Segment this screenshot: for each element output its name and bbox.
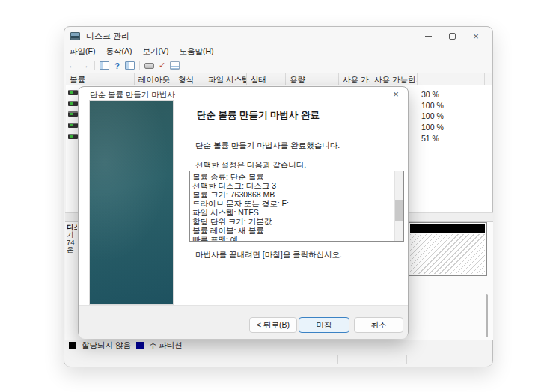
setting-allocation-unit: 할당 단위 크기: 기본값	[192, 217, 401, 226]
statusbar-separator	[337, 355, 338, 364]
wizard-settings-caption: 선택한 설정은 다음과 같습니다.	[195, 160, 401, 171]
table-row-percent-free[interactable]: 51 %	[421, 133, 439, 144]
table-row-percent-free[interactable]: 100 %	[421, 122, 444, 132]
setting-volume-size: 볼륨 크기: 7630868 MB	[192, 190, 401, 199]
back-icon[interactable]: ←	[67, 61, 77, 70]
close-button[interactable]: ×	[464, 27, 488, 45]
column-free-space[interactable]: 사용 가...	[339, 73, 370, 85]
toolbar-separator	[139, 61, 140, 70]
disk-management-icon	[70, 32, 80, 40]
console-tree-icon[interactable]	[100, 61, 109, 70]
table-row-percent-free[interactable]: 100 %	[421, 111, 444, 121]
finish-button[interactable]: 마침	[299, 317, 349, 333]
setting-disk-selected: 선택한 디스크: 디스크 3	[192, 181, 401, 190]
menu-file[interactable]: 파일(F)	[70, 46, 95, 57]
wizard-finish-hint: 마법사를 끝내려면 [마침]을 클릭하십시오.	[195, 250, 401, 260]
minimize-icon	[425, 36, 432, 37]
disk-status-fragment: 온	[67, 246, 77, 254]
minimize-button[interactable]	[416, 27, 440, 45]
dialog-footer: < 뒤로(B) 마침 취소	[79, 305, 408, 339]
desktop: 디스크 관리 × 파일(F) 동작(A) 보기(V) 도움말(H) ← → ? …	[0, 0, 556, 392]
window-title: 디스크 관리	[86, 31, 129, 42]
statusbar-separator	[406, 355, 407, 364]
forward-icon[interactable]: →	[80, 61, 90, 70]
unallocated-swatch	[69, 342, 76, 349]
column-percent-free[interactable]: 사용 가능한...	[370, 73, 418, 85]
column-type[interactable]: 형식	[174, 73, 204, 85]
column-status[interactable]: 상태	[247, 73, 286, 85]
dialog-titlebar[interactable]: 단순 볼륨 만들기 마법사 ×	[79, 87, 408, 100]
window-controls: ×	[416, 27, 488, 45]
column-extra[interactable]	[418, 73, 485, 85]
status-bar	[64, 352, 492, 367]
dialog-close-button[interactable]: ×	[390, 88, 402, 99]
legend-unallocated-label: 할당되지 않음	[82, 340, 131, 351]
volume-icon[interactable]	[68, 101, 78, 106]
window-titlebar[interactable]: 디스크 관리 ×	[64, 27, 492, 45]
disk-header-box[interactable]: 디스 기 74 온	[67, 224, 77, 254]
setting-quick-format: 빠른 포맷: 예	[192, 235, 401, 242]
listbox-scrollbar[interactable]	[394, 171, 403, 241]
volume-icon[interactable]	[68, 134, 78, 139]
toolbar-separator	[94, 61, 95, 70]
unallocated-hatch-pattern	[410, 234, 485, 274]
back-button[interactable]: < 뒤로(B)	[249, 317, 297, 333]
column-filesystem[interactable]: 파일 시스템	[204, 73, 247, 85]
setting-drive-letter: 드라이브 문자 또는 경로: F:	[192, 199, 401, 208]
setting-volume-label: 볼륨 레이블: 새 볼륨	[192, 226, 401, 235]
menu-view[interactable]: 보기(V)	[142, 46, 168, 57]
volume-icon[interactable]	[68, 111, 78, 117]
unallocated-region[interactable]	[408, 222, 487, 276]
check-icon[interactable]: ✓	[157, 61, 167, 70]
legend-bar: 할당되지 않음 주 파티션	[64, 340, 492, 352]
listbox-scrollbar-thumb[interactable]	[395, 200, 403, 221]
help-icon[interactable]: ?	[112, 61, 122, 70]
simple-volume-wizard-dialog: 단순 볼륨 만들기 마법사 × 단순 볼륨 만들기 마법사 완료 단순 볼륨 만…	[78, 86, 409, 338]
volume-icon[interactable]	[68, 90, 78, 95]
action-pane-icon[interactable]	[125, 61, 135, 70]
menu-bar: 파일(F) 동작(A) 보기(V) 도움말(H)	[64, 45, 492, 58]
table-row-percent-free[interactable]: 100 %	[421, 100, 444, 111]
volume-icon[interactable]	[68, 123, 78, 128]
settings-listbox[interactable]: 볼륨 종류: 단순 볼륨 선택한 디스크: 디스크 3 볼륨 크기: 76308…	[189, 171, 404, 242]
wizard-heading: 단순 볼륨 만들기 마법사 완료	[197, 109, 399, 122]
table-row-percent-free[interactable]: 30 %	[421, 89, 439, 99]
legend-primary-label: 주 파티션	[149, 340, 183, 351]
menu-help[interactable]: 도움말(H)	[179, 46, 213, 57]
toolbar: ← → ? ✓	[64, 59, 492, 72]
drive-icon[interactable]	[144, 63, 154, 69]
setting-volume-type: 볼륨 종류: 단순 볼륨	[192, 172, 401, 181]
primary-partition-swatch	[136, 342, 144, 349]
volume-list-header: 볼륨 레이아웃 형식 파일 시스템 상태 용량 사용 가... 사용 가능한..…	[66, 73, 492, 85]
wizard-watermark-panel	[89, 100, 174, 305]
dialog-title: 단순 볼륨 만들기 마법사	[90, 90, 175, 100]
maximize-button[interactable]	[440, 27, 464, 45]
column-layout[interactable]: 레이아웃	[135, 73, 174, 85]
disk-row-divider	[406, 281, 488, 281]
setting-file-system: 파일 시스템: NTFS	[192, 208, 401, 217]
wizard-intro-text: 단순 볼륨 만들기 마법사를 완료했습니다.	[195, 141, 401, 151]
maximize-icon	[449, 33, 456, 40]
properties-icon[interactable]	[170, 61, 180, 70]
vertical-scrollbar[interactable]	[486, 294, 488, 337]
column-capacity[interactable]: 용량	[286, 73, 339, 85]
menu-action[interactable]: 동작(A)	[106, 46, 132, 57]
unallocated-color-bar	[410, 224, 485, 233]
column-volume[interactable]: 볼륨	[66, 73, 135, 85]
cancel-button[interactable]: 취소	[354, 317, 403, 333]
